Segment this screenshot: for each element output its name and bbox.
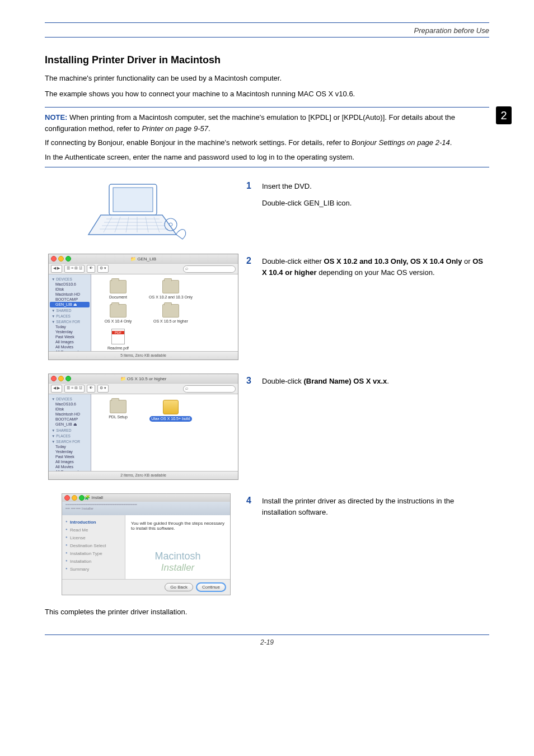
sidebar-item-genlib: GEN_LIB ⏏ [50, 302, 90, 307]
step2-t3: depending on your Mac OS version. [317, 268, 435, 277]
file-readme-pdf: Readme.pdf [96, 329, 140, 351]
back-forward-buttons: ◀ ▶ [51, 265, 62, 273]
continue-button: Continue [196, 583, 226, 591]
installer-banner: ━━━━━━━━━━━━━━━━━━━━━━━━━━━━━━━━━━ ━━ ━━… [62, 502, 230, 515]
close-icon [64, 495, 70, 501]
breadcrumb: Preparation before Use [45, 26, 489, 37]
step3-b1: (Brand Name) OS X vx.x [303, 377, 387, 385]
pkg-utax-installer: Utax OS X 10.5+ build [148, 400, 193, 422]
finder-status: 2 items, Zero KB available [49, 471, 238, 479]
folder-pdlsetup: PDL Setup [96, 400, 140, 422]
page-footer: 2-19 [45, 634, 489, 646]
folder-osx104: OS X 10.4 Only [96, 304, 140, 324]
installer-message: You will be guided through the steps nec… [131, 521, 224, 531]
installer-step-destination: Destination Select [65, 543, 121, 548]
closing-text: This completes the printer driver instal… [45, 606, 489, 618]
installer-step-installtype: Installation Type [65, 551, 121, 556]
view-icon-button: ☰ ≡ ⊞ ☳ [64, 385, 85, 393]
installer-step-readme: Read Me [65, 528, 121, 533]
laptop-insert-dvd-illustration [78, 179, 190, 246]
note-p1-em: Printer on page 9-57 [142, 124, 208, 133]
back-forward-buttons: ◀ ▶ [51, 385, 62, 393]
go-back-button: Go Back [165, 583, 193, 591]
finder-window-genlib: 📁 GEN_LIB ◀ ▶ ☰ ≡ ⊞ ☳ 👁 ⚙ ▾ ▼ DEVICES Ma… [48, 254, 238, 360]
zoom-icon [79, 495, 85, 501]
finder-sidebar: ▼ DEVICES MacOS10.6 iDisk Macintosh HD B… [49, 274, 91, 351]
step-number-4: 4 [246, 496, 262, 523]
close-icon [51, 376, 57, 381]
intro-p2: The example shows you how to connect you… [45, 88, 489, 100]
finder-content: PDL Setup Utax OS X 10.5+ build [91, 394, 238, 471]
action-button: ⚙ ▾ [97, 265, 109, 273]
step1-text1: Insert the DVD. [262, 181, 352, 192]
minimize-icon [72, 495, 77, 501]
step4-text1: Install the printer driver as directed b… [262, 496, 489, 517]
intro-p1: The machine's printer functionality can … [45, 73, 489, 84]
search-field [183, 265, 236, 273]
quicklook-button: 👁 [87, 265, 95, 273]
installer-step-introduction: Introduction [65, 520, 121, 525]
note-p1a: When printing from a Macintosh computer,… [45, 113, 455, 133]
step-number-2: 2 [246, 256, 262, 283]
note-label: NOTE: [45, 113, 67, 122]
note-p1b: . [208, 124, 210, 133]
finder-title: 📁 OS X 10.5 or higher [120, 376, 167, 381]
installer-logo: Macintosh Installer [131, 550, 224, 573]
note-p2-em: Bonjour Settings on page 2-14 [352, 138, 450, 147]
page-title: Installing Printer Driver in Macintosh [45, 54, 489, 66]
step2-t1: Double-click either [262, 257, 324, 265]
step1-text2: Double-click GEN_LIB icon. [262, 198, 352, 209]
step3-t2: . [387, 377, 389, 385]
step3-t1: Double-click [262, 377, 303, 385]
step2-t2: or [462, 257, 472, 265]
note-block: NOTE: When printing from a Macintosh com… [45, 107, 489, 167]
note-p2b: . [450, 138, 452, 147]
quicklook-button: 👁 [87, 385, 95, 393]
note-p2a: If connecting by Bonjour, enable Bonjour… [45, 138, 352, 147]
installer-step-summary: Summary [65, 567, 121, 572]
step-number-1: 1 [246, 181, 262, 214]
installer-step-license: License [65, 535, 121, 540]
finder-sidebar: ▼ DEVICES MacOS10.6 iDisk Macintosh HD B… [49, 394, 91, 471]
search-field [183, 385, 236, 393]
close-icon [51, 256, 57, 262]
installer-step-installation: Installation [65, 559, 121, 564]
finder-title: 📁 GEN_LIB [130, 256, 156, 262]
finder-content: Document OS X 10.2 and 10.3 Only OS X 10… [91, 274, 238, 351]
installer-window: 🧩 Install ━━━━━━━━━━━━━━━━━━━━━━━━━━━━━━… [62, 493, 231, 595]
installer-steps-sidebar: Introduction Read Me License Destination… [62, 515, 125, 579]
minimize-icon [58, 256, 64, 262]
zoom-icon [65, 376, 71, 381]
chapter-badge: 2 [496, 106, 512, 124]
folder-document: Document [96, 280, 140, 300]
finder-status: 5 items, Zero KB available [49, 351, 238, 360]
note-p3: In the Authenticate screen, enter the na… [45, 153, 354, 161]
action-button: ⚙ ▾ [97, 385, 109, 393]
folder-osx102-103: OS X 10.2 and 10.3 Only [148, 280, 193, 300]
folder-osx105: OS X 10.5 or higher [148, 304, 193, 324]
step-number-3: 3 [246, 376, 262, 393]
minimize-icon [58, 376, 64, 381]
step2-b1: OS X 10.2 and 10.3 Only, OS X 10.4 Only [324, 257, 462, 265]
zoom-icon [65, 256, 71, 262]
finder-window-osx105: 📁 OS X 10.5 or higher ◀ ▶ ☰ ≡ ⊞ ☳ 👁 ⚙ ▾ … [48, 374, 238, 480]
view-icon-button: ☰ ≡ ⊞ ☳ [64, 265, 85, 273]
svg-rect-1 [113, 188, 153, 212]
